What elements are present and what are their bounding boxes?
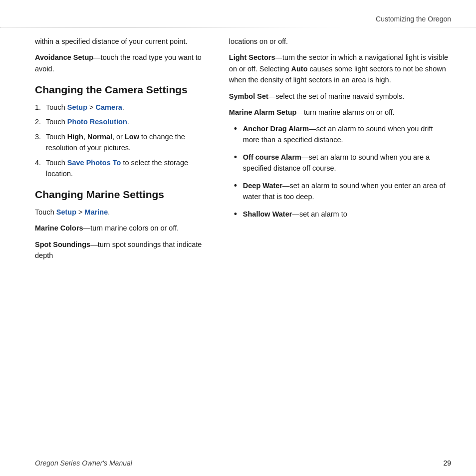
footer-page-number: 29 — [443, 459, 451, 467]
bullet-icon: • — [234, 152, 243, 163]
bullet-icon: • — [234, 123, 243, 135]
step-num: 2. — [35, 116, 46, 127]
marine-colors-para: Marine Colors—turn marine colors on or o… — [35, 223, 209, 234]
symbol-set-para: Symbol Set—select the set of marine nava… — [229, 91, 451, 102]
list-item: 3. Touch High, Normal, or Low to change … — [35, 131, 209, 154]
content-area: within a specified distance of your curr… — [0, 36, 476, 451]
list-item: • Shallow Water—set an alarm to — [234, 209, 451, 220]
setup-link[interactable]: Setup — [67, 103, 87, 111]
marine-colors-text: —turn marine colors on or off. — [83, 224, 179, 232]
header-divider — [0, 27, 476, 27]
list-item: 1. Touch Setup > Camera. — [35, 102, 209, 113]
left-column: within a specified distance of your curr… — [0, 36, 219, 451]
camera-steps-list: 1. Touch Setup > Camera. 2. Touch Photo … — [35, 102, 209, 180]
bullet-icon: • — [234, 209, 243, 220]
low-label: Low — [125, 133, 139, 141]
avoidance-setup-label: Avoidance Setup — [35, 53, 93, 61]
list-item: 2. Touch Photo Resolution. — [35, 116, 209, 127]
bullet-list: • Anchor Drag Alarm—set an alarm to soun… — [234, 123, 451, 220]
step-num: 3. — [35, 131, 46, 142]
high-label: High — [67, 133, 83, 141]
avoidance-setup-para: Avoidance Setup—touch the road type you … — [35, 52, 209, 74]
photo-resolution-link[interactable]: Photo Resolution — [67, 118, 127, 126]
spot-soundings-label: Spot Soundings — [35, 240, 90, 248]
symbol-set-text: —select the set of marine navaid symbols… — [268, 92, 404, 100]
step-content: Touch Photo Resolution. — [46, 116, 209, 127]
bullet-content: Off course Alarm—set an alarm to sound w… — [243, 152, 451, 174]
page-footer: Oregon Series Owner's Manual 29 — [35, 459, 451, 467]
page-container: Customizing the Oregon within a specifie… — [0, 0, 476, 476]
list-item: • Off course Alarm—set an alarm to sound… — [234, 152, 451, 174]
marine-alarm-text: —turn marine alarms on or off. — [296, 108, 394, 116]
page-header: Customizing the Oregon — [376, 15, 451, 23]
marine-intro: Touch Setup > Marine. — [35, 207, 209, 218]
bullet-content: Anchor Drag Alarm—set an alarm to sound … — [243, 123, 451, 146]
light-sectors-label: Light Sectors — [229, 53, 275, 61]
spot-soundings-para: Spot Soundings—turn spot soundings that … — [35, 239, 209, 261]
light-sectors-para: Light Sectors—turn the sector in which a… — [229, 52, 451, 85]
bullet-content: Shallow Water—set an alarm to — [243, 209, 451, 220]
deep-water-label: Deep Water — [243, 182, 282, 190]
list-item: • Anchor Drag Alarm—set an alarm to soun… — [234, 123, 451, 146]
bullet-icon: • — [234, 180, 243, 192]
step-content: Touch High, Normal, or Low to change the… — [46, 131, 209, 154]
step-num: 1. — [35, 102, 46, 113]
camera-heading: Changing the Camera Settings — [35, 83, 209, 96]
shallow-water-label: Shallow Water — [243, 210, 292, 218]
step-content: Touch Setup > Camera. — [46, 102, 209, 113]
anchor-drag-label: Anchor Drag Alarm — [243, 125, 309, 133]
right-column: locations on or off. Light Sectors—turn … — [219, 36, 476, 451]
marine-colors-label: Marine Colors — [35, 224, 83, 232]
footer-title: Oregon Series Owner's Manual — [35, 459, 132, 467]
step-content: Touch Save Photos To to select the stora… — [46, 157, 209, 180]
header-title: Customizing the Oregon — [376, 15, 451, 23]
list-item: • Deep Water—set an alarm to sound when … — [234, 180, 451, 203]
step-num: 4. — [35, 157, 46, 168]
bullet-content: Deep Water—set an alarm to sound when yo… — [243, 180, 451, 203]
marine-link[interactable]: Marine — [85, 208, 108, 216]
symbol-set-label: Symbol Set — [229, 92, 268, 100]
marine-alarm-label: Marine Alarm Setup — [229, 108, 297, 116]
intro-text: within a specified distance of your curr… — [35, 36, 209, 47]
normal-label: Normal — [87, 133, 112, 141]
off-course-label: Off course Alarm — [243, 153, 301, 161]
locations-text: locations on or off. — [229, 36, 451, 47]
auto-label: Auto — [291, 65, 308, 73]
camera-link[interactable]: Camera — [96, 103, 122, 111]
setup-marine-link[interactable]: Setup — [56, 208, 76, 216]
marine-alarm-para: Marine Alarm Setup—turn marine alarms on… — [229, 107, 451, 118]
list-item: 4. Touch Save Photos To to select the st… — [35, 157, 209, 180]
save-photos-link[interactable]: Save Photos To — [67, 159, 121, 167]
marine-heading: Changing Marine Settings — [35, 188, 209, 201]
